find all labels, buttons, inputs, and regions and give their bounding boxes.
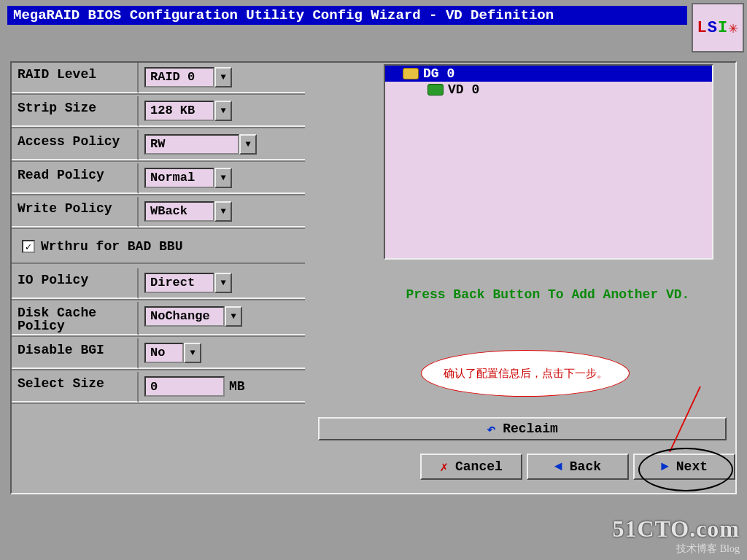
label-access-policy: Access Policy — [12, 130, 139, 160]
label-select-size: Select Size — [12, 372, 139, 402]
raid-level-select[interactable]: RAID 0 — [144, 67, 232, 88]
io-policy-select[interactable]: Direct — [144, 273, 232, 293]
chevron-down-icon[interactable] — [214, 168, 232, 188]
select-size-input[interactable] — [144, 376, 225, 397]
write-policy-select[interactable]: WBack — [144, 201, 232, 222]
chevron-down-icon[interactable] — [225, 306, 242, 327]
label-strip-size: Strip Size — [12, 96, 139, 127]
access-policy-select[interactable]: RW — [144, 134, 257, 155]
chevron-down-icon[interactable] — [214, 101, 232, 121]
disk-cache-policy-select[interactable]: NoChange — [144, 306, 242, 327]
drive-group-icon — [403, 68, 419, 79]
label-read-policy: Read Policy — [12, 163, 139, 194]
chevron-down-icon[interactable] — [184, 343, 201, 363]
chevron-down-icon[interactable] — [214, 273, 232, 293]
window-title: MegaRAID BIOS Configuration Utility Conf… — [13, 7, 554, 23]
chevron-down-icon[interactable] — [214, 67, 232, 88]
disable-bgi-select[interactable]: No — [144, 343, 201, 363]
chevron-down-icon[interactable] — [214, 201, 232, 222]
reclaim-button[interactable]: ↶ Reclaim — [318, 417, 727, 440]
x-icon: ✗ — [440, 459, 448, 475]
checkbox-icon[interactable] — [22, 240, 35, 253]
lsi-logo: LSI✳ — [692, 3, 744, 52]
arrow-left-icon: ◄ — [554, 459, 562, 474]
size-unit: MB — [229, 379, 245, 394]
virtual-drive-icon — [427, 84, 444, 96]
watermark: 51CTO.com 技术博客 Blog — [612, 516, 740, 556]
strip-size-select[interactable]: 128 KB — [144, 101, 232, 121]
read-policy-select[interactable]: Normal — [144, 168, 232, 188]
vd-tree-panel: DG 0 VD 0 — [384, 64, 713, 260]
chevron-down-icon[interactable] — [239, 134, 257, 155]
hint-text: Press Back Button To Add Another VD. — [369, 287, 727, 302]
label-write-policy: Write Policy — [12, 197, 139, 228]
label-wrthru: Wrthru for BAD BBU — [41, 239, 182, 254]
wrthru-bad-bbu-row[interactable]: Wrthru for BAD BBU — [12, 230, 305, 264]
tree-row-dg[interactable]: DG 0 — [385, 66, 712, 82]
cancel-button[interactable]: ✗ Cancel — [420, 454, 522, 480]
next-button[interactable]: ► Next — [633, 454, 735, 480]
arrow-right-icon: ► — [661, 459, 669, 474]
label-io-policy: IO Policy — [12, 268, 139, 299]
label-disk-cache-policy: Disk Cache Policy — [12, 302, 139, 335]
tree-row-vd[interactable]: VD 0 — [385, 82, 712, 98]
title-bar: MegaRAID BIOS Configuration Utility Conf… — [7, 6, 687, 25]
label-disable-bgi: Disable BGI — [12, 338, 139, 369]
main-panel: RAID Level RAID 0 Strip Size 128 KB Acce… — [10, 61, 737, 494]
label-raid-level: RAID Level — [12, 63, 139, 93]
back-button[interactable]: ◄ Back — [527, 454, 629, 480]
annotation-callout: 确认了配置信息后，点击下一步。 — [421, 350, 630, 397]
undo-icon: ↶ — [487, 420, 495, 438]
